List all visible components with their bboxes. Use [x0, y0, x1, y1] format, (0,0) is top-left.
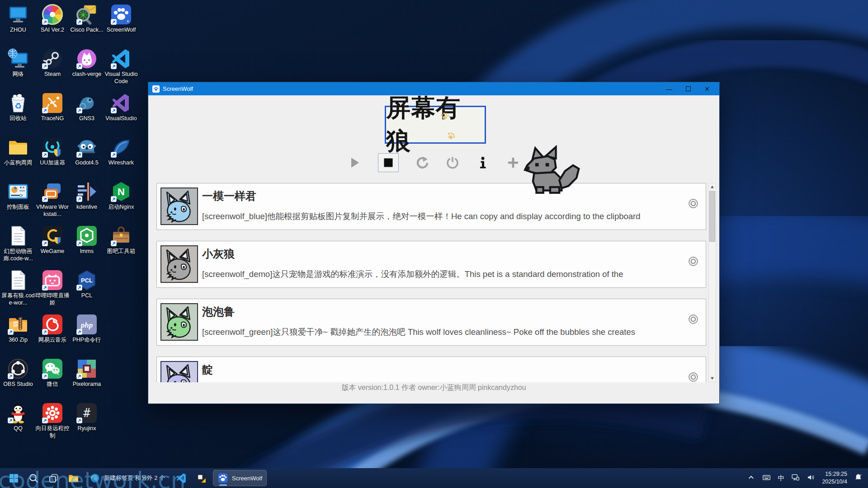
pet-row[interactable]: 一模一样君[screenwolf_blue]他能根据剪贴板图片复制并展示，绝对一… — [156, 183, 706, 230]
desktop-icon[interactable]: WeGame — [35, 225, 70, 269]
desktop-icon-label: kdenlive — [76, 204, 97, 211]
pet-row[interactable]: 小灰狼[screenwolf_demo]这只宠物是游戏的标准演示，没有添加额外的… — [156, 241, 706, 288]
desktop-icon[interactable]: Visual Studio Code — [104, 48, 138, 92]
close-button[interactable]: ✕ — [704, 86, 710, 92]
power-button[interactable] — [446, 156, 459, 169]
maximize-button[interactable] — [686, 86, 691, 91]
play-button[interactable] — [348, 156, 361, 169]
desktop-icon[interactable]: TraceNG — [35, 92, 70, 136]
shortcut-arrow-icon — [111, 108, 117, 113]
restart-icon[interactable] — [415, 156, 429, 169]
desktop-icon[interactable]: VisualStudio — [104, 92, 138, 136]
uu-icon — [42, 136, 63, 158]
desktop-icon[interactable]: PCLPCL — [70, 269, 104, 314]
desktop-icon[interactable]: 幻想动物画廊.code-w... — [1, 225, 35, 269]
shortcut-arrow-icon — [42, 108, 48, 113]
tray-time: 15:29:25 — [822, 470, 847, 478]
desktop-icon[interactable]: 哔哩哔哩直播姬 — [35, 269, 70, 314]
scrollbar[interactable] — [708, 183, 716, 382]
desktop-icon[interactable]: 小蓝狗周周 — [1, 136, 35, 181]
tray-chevron-up-icon[interactable] — [747, 473, 755, 483]
desktop-icon[interactable]: #Ryujinx — [70, 402, 104, 446]
desktop-icon[interactable]: OBS Studio — [1, 358, 35, 402]
info-button[interactable] — [476, 156, 490, 169]
desktop-icon[interactable]: 向日葵远程控制 — [35, 402, 70, 446]
svg-text:N: N — [118, 186, 125, 197]
notification-bell-icon[interactable]: z — [854, 473, 863, 483]
svg-text:360: 360 — [13, 321, 19, 324]
desktop-icon[interactable]: Cisco Pack... — [70, 4, 104, 48]
paw-icon — [110, 4, 132, 25]
desktop-icon[interactable]: ScreenWolf — [104, 4, 138, 48]
pet-name: 一模一样君 — [202, 189, 256, 203]
qq-icon — [7, 402, 29, 424]
shortcut-arrow-icon — [8, 373, 14, 379]
window-app-paw-icon — [152, 85, 160, 93]
keyboard-icon[interactable] — [762, 473, 771, 483]
monitor-icon — [7, 4, 29, 25]
pet-row[interactable]: 泡泡鲁[screenwolf_green]这只狼爱干净~ 戳掉她产生的泡泡吧 T… — [156, 299, 706, 346]
desktop-icon[interactable]: lmms — [70, 225, 104, 269]
desktop-icon[interactable]: GNS3 — [70, 92, 104, 136]
desktop-icon-label: GNS3 — [79, 115, 94, 122]
minimize-button[interactable]: — — [666, 86, 672, 92]
desktop-icon-label: VMware Workstati... — [35, 204, 70, 218]
desktop-icon-label: Ryujinx — [78, 425, 96, 432]
desktop-icon[interactable]: 图吧工具箱 — [104, 225, 138, 269]
desktop-icon[interactable]: Pixelorama — [70, 358, 104, 402]
mosaic-icon — [76, 358, 98, 380]
wheel-icon — [42, 4, 63, 25]
desktop-icon[interactable]: 网易云音乐 — [35, 314, 70, 358]
desktop-icon[interactable]: 360ZIP360 Zip — [1, 314, 35, 358]
shortcut-arrow-icon — [76, 63, 82, 69]
scrollbar-thumb[interactable] — [709, 191, 715, 242]
pet-select-radio-icon[interactable] — [688, 198, 699, 209]
desktop-icon-label: Steam — [44, 71, 61, 78]
desktop-icon[interactable]: N启动Nginx — [104, 181, 138, 225]
desktop-icon-label: UU加速器 — [40, 160, 65, 167]
cat-icon — [76, 48, 98, 70]
volume-icon[interactable] — [807, 473, 815, 483]
paw-decoration-icon — [439, 111, 450, 122]
desktop-icon[interactable]: UU加速器 — [35, 136, 70, 181]
pet-select-radio-icon[interactable] — [688, 371, 699, 382]
desktop-icon[interactable]: phpPHP命令行 — [70, 314, 104, 358]
pet-row[interactable]: 靛 — [156, 357, 706, 382]
pet-select-radio-icon[interactable] — [688, 256, 699, 267]
desktop-icon[interactable]: VMware Workstati... — [35, 181, 70, 225]
taskbar-clock[interactable]: 15:29:25 2025/10/4 — [822, 470, 847, 486]
scroll-up-arrow-icon[interactable] — [709, 183, 716, 190]
screenwolf-button-label: ScreenWolf — [232, 475, 262, 482]
pet-list: 一模一样君[screenwolf_blue]他能根据剪贴板图片复制并展示，绝对一… — [156, 183, 706, 382]
notes-app-icon[interactable] — [193, 470, 209, 486]
desktop-icon-label: 控制面板 — [7, 204, 29, 211]
network-icon[interactable] — [791, 473, 800, 483]
stop-button[interactable] — [378, 153, 399, 172]
desktop-icon-label: 图吧工具箱 — [107, 248, 136, 255]
pet-select-radio-icon[interactable] — [688, 314, 699, 325]
add-pet-button[interactable] — [506, 156, 520, 169]
ime-indicator[interactable]: 中 — [778, 474, 784, 483]
desktop-icon[interactable]: Godot4.5 — [70, 136, 104, 181]
desktop-icon[interactable]: 屏幕有狼.code-wor... — [1, 269, 35, 314]
desktop-icon[interactable]: SAI Ver.2 — [35, 4, 70, 48]
screenwolf-taskbar-button[interactable]: ScreenWolf — [213, 470, 267, 486]
desktop-icon[interactable]: 网络 — [1, 48, 35, 92]
toolbar — [148, 150, 719, 175]
desktop-icon[interactable]: clash-verge — [70, 48, 104, 92]
desktop-icon-grid: ZHOUSAI Ver.2Cisco Pack...ScreenWolf网络St… — [1, 4, 138, 446]
desktop-icon[interactable]: QQ — [1, 402, 35, 446]
desktop-icon[interactable]: Wireshark — [104, 136, 138, 181]
shortcut-arrow-icon — [111, 196, 117, 202]
wolf-pet-sprite[interactable] — [520, 144, 585, 196]
desktop-icon[interactable]: 微信 — [35, 358, 70, 402]
shortcut-arrow-icon — [42, 19, 48, 25]
desktop-icon[interactable]: ♻回收站 — [1, 92, 35, 136]
desktop-icon[interactable]: Steam — [35, 48, 70, 92]
desktop-icon-label: Wireshark — [108, 160, 134, 167]
desktop-icon[interactable]: kdenlive — [70, 181, 104, 225]
shortcut-arrow-icon — [111, 240, 117, 246]
desktop-icon[interactable]: ZHOU — [1, 4, 35, 48]
desktop-icon[interactable]: 控制面板 — [1, 181, 35, 225]
scroll-down-arrow-icon[interactable] — [709, 375, 716, 382]
